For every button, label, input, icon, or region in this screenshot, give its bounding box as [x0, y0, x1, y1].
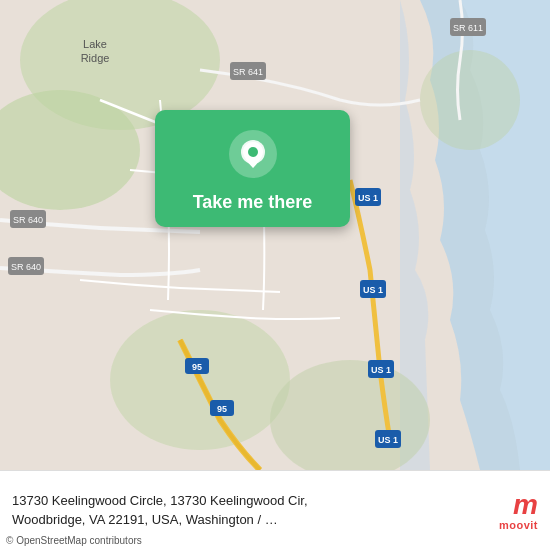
address-line2: Woodbridge, VA 22191, USA, Washington / … [12, 512, 278, 527]
address-text: 13730 Keelingwood Circle, 13730 Keelingw… [12, 492, 478, 528]
svg-text:95: 95 [192, 362, 202, 372]
location-pin-icon [227, 128, 279, 180]
svg-text:SR 640: SR 640 [13, 215, 43, 225]
osm-credit: © OpenStreetMap contributors [6, 535, 142, 546]
svg-text:95: 95 [217, 404, 227, 414]
map-background: 95 95 US 1 US 1 US 1 US 1 SR 640 SR 640 … [0, 0, 550, 470]
svg-text:SR 611: SR 611 [453, 23, 483, 33]
svg-text:SR 640: SR 640 [11, 262, 41, 272]
svg-point-30 [248, 147, 258, 157]
svg-text:Lake: Lake [83, 38, 107, 50]
svg-text:SR 641: SR 641 [233, 67, 263, 77]
svg-text:Ridge: Ridge [81, 52, 110, 64]
svg-text:US 1: US 1 [363, 285, 383, 295]
svg-point-5 [420, 50, 520, 150]
svg-text:US 1: US 1 [378, 435, 398, 445]
moovit-letter: m [513, 491, 538, 519]
pin-icon-container [227, 128, 279, 180]
action-card[interactable]: Take me there [155, 110, 350, 227]
map-container: 95 95 US 1 US 1 US 1 US 1 SR 640 SR 640 … [0, 0, 550, 470]
svg-text:US 1: US 1 [358, 193, 378, 203]
svg-text:US 1: US 1 [371, 365, 391, 375]
moovit-logo: m moovit [478, 491, 538, 531]
bottom-bar: 13730 Keelingwood Circle, 13730 Keelingw… [0, 470, 550, 550]
address-line1: 13730 Keelingwood Circle, 13730 Keelingw… [12, 493, 308, 508]
moovit-brand: moovit [499, 519, 538, 531]
take-me-there-button[interactable]: Take me there [193, 192, 313, 213]
